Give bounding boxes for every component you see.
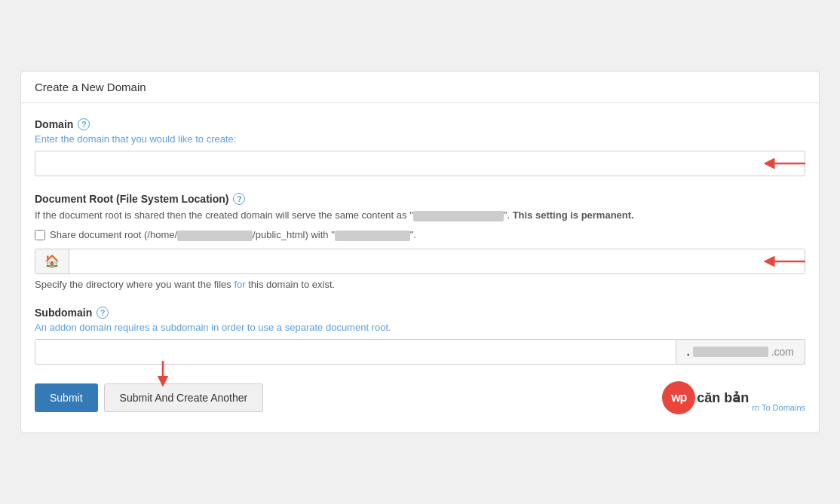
domain-description: Enter the domain that you would like to … [35,133,805,145]
create-domain-panel: Create a New Domain Domain ? Enter the d… [20,71,820,432]
docroot-input-group-wrapper: 🏠 khoahocso.com [35,249,805,274]
docroot-input[interactable]: khoahocso.com [69,249,805,273]
redacted-domain-2 [693,347,768,357]
docroot-info: If the document root is shared then the … [35,208,805,223]
share-docroot-row: Share document root (/home//public_html)… [35,229,805,241]
brand-icon: wp [662,381,695,414]
button-group: Submit Submit And Create Another [35,383,263,412]
docroot-input-group: 🏠 khoahocso.com [35,249,805,274]
docroot-label: Document Root (File System Location) ? [35,193,805,205]
domain-label: Domain ? [35,118,805,130]
subdomain-com: .com [771,346,794,358]
panel-body: Domain ? Enter the domain that you would… [21,103,819,432]
subdomain-description: An addon domain requires a subdomain in … [35,322,805,333]
panel-header: Create a New Domain [21,72,819,103]
home-icon: 🏠 [35,249,69,273]
redacted-domain-1 [413,211,504,221]
domain-input-wrapper: khoahocso.com [35,151,805,176]
domain-input[interactable]: khoahocso.com [35,151,805,176]
actions-row: Submit Submit And Create Another wp căn … [35,381,805,414]
docroot-hint: Specify the directory where you want the… [35,279,805,290]
subdomain-suffix: . .com [676,339,805,365]
brand-sub: rn To Domains [752,403,805,414]
subdomain-input[interactable]: khoahocso [35,339,676,365]
brand-logo: wp căn bản rn To Domains [662,381,805,414]
submit-button[interactable]: Submit [35,383,98,412]
panel-title: Create a New Domain [35,81,146,93]
share-docroot-label: Share document root (/home//public_html)… [50,229,416,241]
brand-name: căn bản [697,389,749,406]
share-docroot-checkbox[interactable] [35,230,45,240]
subdomain-section: Subdomain ? An addon domain requires a s… [35,307,805,365]
domain-help-icon[interactable]: ? [78,118,90,130]
domain-section: Domain ? Enter the domain that you would… [35,118,805,176]
docroot-help-icon[interactable]: ? [233,193,245,205]
subdomain-dot: . [687,346,690,358]
subdomain-row-wrapper: khoahocso . .com [35,339,805,365]
subdomain-row: khoahocso . .com [35,339,805,365]
docroot-section: Document Root (File System Location) ? I… [35,193,805,289]
subdomain-label: Subdomain ? [35,307,805,319]
submit-and-create-another-button[interactable]: Submit And Create Another [104,383,264,412]
subdomain-help-icon[interactable]: ? [97,307,109,319]
